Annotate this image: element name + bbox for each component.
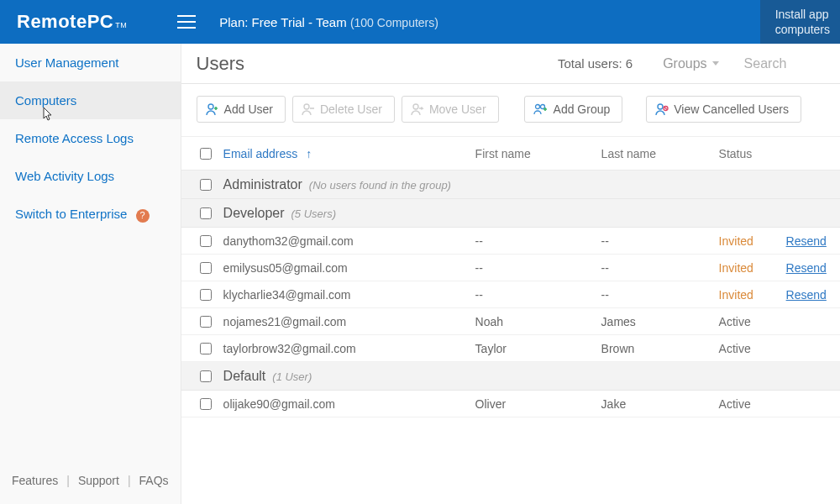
sidebar-item-label: Switch to Enterprise bbox=[15, 207, 127, 221]
cell-email: danythom32@gmail.com bbox=[223, 234, 475, 248]
view-cancelled-users-button[interactable]: View Cancelled Users bbox=[646, 96, 801, 123]
col-first-name[interactable]: First name bbox=[475, 147, 601, 160]
cell-status: Active bbox=[719, 397, 786, 411]
search-input[interactable] bbox=[744, 45, 840, 83]
table-row: nojames21@gmail.comNoahJamesActive bbox=[181, 308, 840, 335]
topbar: RemotePC TM Plan: Free Trial - Team (100… bbox=[0, 0, 840, 44]
sidebar-item-label: User Management bbox=[15, 55, 118, 70]
menu-icon[interactable] bbox=[177, 15, 196, 29]
col-email[interactable]: Email address ↑ bbox=[223, 147, 475, 160]
install-line1: Install app bbox=[775, 7, 830, 22]
svg-point-5 bbox=[658, 104, 663, 109]
group-checkbox[interactable] bbox=[200, 370, 212, 382]
move-user-icon bbox=[411, 102, 424, 116]
button-label: Move User bbox=[429, 102, 486, 116]
group-checkbox[interactable] bbox=[200, 179, 212, 191]
sidebar-item-label: Remote Access Logs bbox=[15, 131, 134, 145]
row-checkbox[interactable] bbox=[200, 262, 212, 274]
table-row: olijake90@gmail.comOliverJakeActive bbox=[181, 391, 840, 417]
table-row: emilysus05@gmail.com----InvitedResend bbox=[181, 255, 840, 281]
cell-status: Invited bbox=[719, 261, 786, 275]
sidebar-item-remote-access-logs[interactable]: Remote Access Logs bbox=[0, 119, 181, 157]
plan-info: Plan: Free Trial - Team (100 Computers) bbox=[219, 15, 438, 29]
row-checkbox[interactable] bbox=[200, 343, 212, 354]
footer-sep: | bbox=[66, 474, 70, 487]
row-checkbox[interactable] bbox=[200, 289, 212, 301]
total-users: Total users: 6 bbox=[558, 56, 633, 71]
cell-last-name: -- bbox=[601, 234, 719, 248]
total-users-label: Total users: bbox=[558, 56, 626, 71]
svg-point-3 bbox=[535, 105, 539, 109]
group-name: Default bbox=[223, 369, 266, 383]
sidebar-item-web-activity-logs[interactable]: Web Activity Logs bbox=[0, 157, 181, 195]
cell-email: klycharlie34@gmail.com bbox=[223, 288, 475, 302]
cancelled-user-icon bbox=[655, 102, 669, 116]
move-user-button[interactable]: Move User bbox=[402, 96, 499, 123]
plan-prefix: Plan: bbox=[219, 15, 251, 29]
group-row[interactable]: Administrator(No users found in the grou… bbox=[181, 171, 840, 199]
row-checkbox[interactable] bbox=[200, 398, 212, 410]
table-header: Email address ↑ First name Last name Sta… bbox=[181, 137, 840, 171]
logo-tm: TM bbox=[115, 21, 127, 29]
cell-status: Invited bbox=[719, 234, 786, 248]
cell-status: Active bbox=[719, 342, 786, 355]
table-row: klycharlie34@gmail.com----InvitedResend bbox=[181, 281, 840, 308]
install-app-button[interactable]: Install app computers bbox=[760, 0, 840, 44]
group-row[interactable]: Developer(5 Users) bbox=[181, 199, 840, 228]
resend-link[interactable]: Resend bbox=[786, 288, 827, 302]
group-name: Administrator bbox=[223, 177, 302, 192]
cell-email: taylorbrow32@gmail.com bbox=[223, 342, 475, 355]
action-bar: Add User Delete User Move User Add Group bbox=[181, 84, 840, 137]
sidebar-item-computers[interactable]: Computers bbox=[0, 81, 181, 119]
footer-features-link[interactable]: Features bbox=[12, 474, 58, 487]
delete-user-icon bbox=[302, 102, 315, 116]
sort-asc-icon: ↑ bbox=[306, 147, 312, 160]
plan-extra: (100 Computers) bbox=[350, 16, 438, 29]
button-label: Delete User bbox=[320, 102, 382, 116]
cell-first-name: Oliver bbox=[475, 397, 601, 411]
sidebar-item-switch-enterprise[interactable]: Switch to Enterprise ? bbox=[0, 195, 181, 234]
delete-user-button[interactable]: Delete User bbox=[292, 96, 395, 123]
cell-last-name: -- bbox=[601, 288, 719, 302]
resend-link[interactable]: Resend bbox=[786, 234, 827, 248]
sidebar-item-label: Computers bbox=[15, 93, 76, 108]
total-users-value: 6 bbox=[626, 56, 633, 71]
button-label: Add User bbox=[224, 102, 273, 116]
resend-link[interactable]: Resend bbox=[786, 261, 827, 275]
footer-support-link[interactable]: Support bbox=[78, 474, 119, 487]
group-checkbox[interactable] bbox=[200, 207, 212, 219]
add-user-button[interactable]: Add User bbox=[197, 96, 286, 123]
cell-last-name: James bbox=[601, 315, 719, 328]
table-row: danythom32@gmail.com----InvitedResend bbox=[181, 228, 840, 255]
group-row[interactable]: Default(1 User) bbox=[181, 362, 840, 391]
cell-first-name: -- bbox=[475, 234, 601, 248]
help-icon[interactable]: ? bbox=[136, 209, 150, 223]
select-all-checkbox[interactable] bbox=[200, 148, 212, 160]
cell-last-name: Jake bbox=[601, 397, 719, 411]
plan-name: Free Trial - Team bbox=[252, 15, 347, 29]
cell-email: olijake90@gmail.com bbox=[223, 397, 475, 411]
footer-faqs-link[interactable]: FAQs bbox=[139, 474, 169, 487]
logo[interactable]: RemotePC TM bbox=[0, 11, 144, 33]
cell-email: emilysus05@gmail.com bbox=[223, 261, 475, 275]
add-group-icon bbox=[533, 102, 549, 116]
add-user-icon bbox=[206, 102, 219, 116]
row-checkbox[interactable] bbox=[200, 316, 212, 328]
sidebar-item-user-management[interactable]: User Management bbox=[0, 44, 181, 81]
row-checkbox[interactable] bbox=[200, 235, 212, 247]
group-count: (No users found in the group) bbox=[309, 179, 451, 192]
col-last-name[interactable]: Last name bbox=[601, 147, 719, 160]
col-status[interactable]: Status bbox=[719, 147, 786, 160]
cell-first-name: -- bbox=[475, 261, 601, 275]
groups-filter[interactable]: Groups bbox=[649, 56, 732, 71]
main: Users Total users: 6 Groups Add User bbox=[181, 44, 840, 504]
table-row: taylorbrow32@gmail.comTaylorBrownActive bbox=[181, 335, 840, 362]
add-group-button[interactable]: Add Group bbox=[524, 96, 623, 123]
svg-point-2 bbox=[413, 104, 418, 109]
sidebar: User Management Computers Remote Access … bbox=[0, 44, 181, 504]
svg-point-4 bbox=[540, 105, 544, 109]
group-count: (1 User) bbox=[272, 370, 312, 383]
cell-email: nojames21@gmail.com bbox=[223, 315, 475, 328]
logo-text: RemotePC bbox=[17, 11, 113, 33]
page-title: Users bbox=[197, 53, 244, 75]
